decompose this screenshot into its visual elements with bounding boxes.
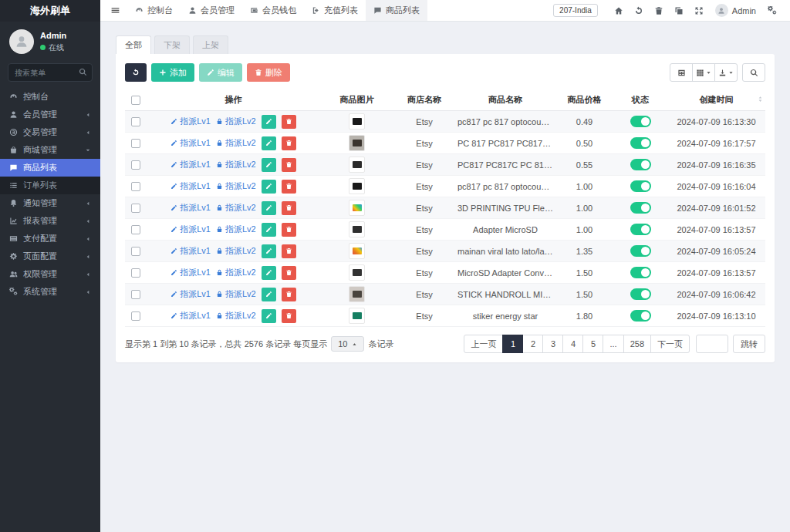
row-checkbox[interactable]: [131, 290, 140, 299]
trash-icon[interactable]: [654, 6, 663, 15]
assign-lv1-link[interactable]: 指派Lv1: [170, 267, 211, 278]
row-delete-button[interactable]: [282, 223, 296, 237]
assign-lv1-link[interactable]: 指派Lv1: [170, 202, 211, 214]
row-delete-button[interactable]: [282, 136, 296, 150]
jump-page-input[interactable]: [696, 335, 728, 353]
row-checkbox[interactable]: [131, 160, 140, 170]
assign-lv1-link[interactable]: 指派Lv1: [170, 288, 211, 300]
row-delete-button[interactable]: [282, 309, 296, 323]
row-edit-button[interactable]: [262, 180, 276, 194]
select-all-checkbox[interactable]: [131, 96, 140, 105]
status-toggle[interactable]: [630, 310, 651, 322]
row-edit-button[interactable]: [262, 288, 276, 301]
row-edit-button[interactable]: [262, 115, 276, 129]
row-edit-button[interactable]: [262, 136, 276, 150]
sidebar-item-goods-list[interactable]: 商品列表: [0, 159, 100, 177]
assign-lv1-link[interactable]: 指派Lv1: [170, 180, 211, 192]
row-checkbox[interactable]: [131, 139, 140, 148]
row-checkbox[interactable]: [131, 268, 140, 278]
assign-lv1-link[interactable]: 指派Lv1: [170, 116, 211, 127]
assign-lv2-link[interactable]: 指派Lv2: [216, 288, 256, 300]
topnav-item-members[interactable]: 会员管理: [181, 0, 242, 21]
row-checkbox[interactable]: [131, 182, 140, 191]
tab-all[interactable]: 全部: [116, 35, 151, 54]
row-edit-button[interactable]: [262, 266, 276, 280]
refresh-button[interactable]: [125, 63, 147, 82]
sidebar-item-pages[interactable]: 页面配置: [0, 247, 100, 265]
row-edit-button[interactable]: [262, 158, 276, 172]
status-toggle[interactable]: [630, 224, 651, 235]
edit-button[interactable]: 编辑: [199, 63, 242, 82]
row-delete-button[interactable]: [282, 158, 296, 172]
assign-lv2-link[interactable]: 指派Lv2: [216, 267, 256, 278]
sidebar-item-dashboard[interactable]: 控制台: [0, 88, 100, 106]
row-edit-button[interactable]: [262, 244, 276, 258]
assign-lv1-link[interactable]: 指派Lv1: [170, 224, 211, 235]
assign-lv2-link[interactable]: 指派Lv2: [216, 159, 256, 170]
card-view-button[interactable]: [670, 63, 693, 82]
sidebar-item-trade[interactable]: 交易管理: [0, 123, 100, 141]
settings-cogs-icon[interactable]: [768, 6, 777, 15]
delete-button[interactable]: 删除: [247, 63, 290, 82]
page-button[interactable]: 上一页: [464, 335, 503, 353]
page-button[interactable]: 2: [522, 335, 543, 353]
assign-lv2-link[interactable]: 指派Lv2: [216, 180, 256, 192]
row-checkbox[interactable]: [131, 117, 140, 126]
row-edit-button[interactable]: [262, 201, 276, 215]
status-toggle[interactable]: [630, 137, 651, 149]
home-icon[interactable]: [614, 6, 623, 15]
add-button[interactable]: 添加: [151, 63, 194, 82]
page-button[interactable]: 5: [582, 335, 603, 353]
refresh-icon[interactable]: [634, 6, 643, 15]
assign-lv1-link[interactable]: 指派Lv1: [170, 137, 211, 149]
assign-lv2-link[interactable]: 指派Lv2: [216, 310, 256, 322]
assign-lv1-link[interactable]: 指派Lv1: [170, 310, 211, 322]
sidebar-item-system[interactable]: 系统管理: [0, 283, 100, 301]
copy-icon[interactable]: [674, 6, 684, 15]
topnav-item-wallet[interactable]: 会员钱包: [242, 0, 304, 21]
status-toggle[interactable]: [630, 267, 651, 278]
assign-lv2-link[interactable]: 指派Lv2: [216, 116, 256, 127]
row-delete-button[interactable]: [282, 244, 296, 258]
row-delete-button[interactable]: [282, 201, 296, 215]
hamburger-menu-icon[interactable]: [103, 0, 127, 21]
jump-button[interactable]: 跳转: [733, 335, 765, 353]
tab-down[interactable]: 下架: [154, 35, 190, 54]
assign-lv2-link[interactable]: 指派Lv2: [216, 137, 256, 149]
row-edit-button[interactable]: [262, 223, 276, 237]
page-button[interactable]: 4: [562, 335, 583, 353]
topnav-item-recharge[interactable]: 充值列表: [304, 0, 366, 21]
row-checkbox[interactable]: [131, 247, 140, 256]
topnav-item-goods[interactable]: 商品列表: [366, 0, 427, 21]
sidebar-item-perms[interactable]: 权限管理: [0, 265, 100, 283]
page-button[interactable]: 下一页: [650, 335, 690, 353]
table-search-button[interactable]: [742, 63, 765, 82]
page-button[interactable]: 3: [542, 335, 563, 353]
status-toggle[interactable]: [630, 159, 651, 170]
page-size-select[interactable]: 10: [331, 336, 364, 352]
sidebar-item-members[interactable]: 会员管理: [0, 106, 100, 123]
assign-lv1-link[interactable]: 指派Lv1: [170, 245, 211, 257]
sidebar-item-orders-list[interactable]: 订单列表: [0, 177, 100, 194]
status-toggle[interactable]: [630, 202, 651, 214]
topnav-item-dashboard[interactable]: 控制台: [127, 0, 181, 21]
row-delete-button[interactable]: [282, 115, 296, 129]
row-edit-button[interactable]: [262, 309, 276, 323]
export-button[interactable]: [714, 63, 738, 82]
status-toggle[interactable]: [630, 288, 651, 300]
status-toggle[interactable]: [630, 245, 651, 257]
user-menu[interactable]: Admin: [715, 4, 756, 17]
row-delete-button[interactable]: [282, 288, 296, 301]
page-button[interactable]: 258: [623, 335, 651, 353]
sidebar-item-mall[interactable]: 商城管理: [0, 141, 100, 159]
row-checkbox[interactable]: [131, 204, 140, 213]
row-checkbox[interactable]: [131, 311, 140, 321]
assign-lv2-link[interactable]: 指派Lv2: [216, 202, 256, 214]
status-toggle[interactable]: [630, 180, 651, 192]
status-toggle[interactable]: [630, 116, 651, 127]
columns-button[interactable]: [692, 63, 715, 82]
row-checkbox[interactable]: [131, 225, 140, 234]
assign-lv2-link[interactable]: 指派Lv2: [216, 245, 256, 257]
sidebar-item-reports[interactable]: 报表管理: [0, 212, 100, 230]
tab-up[interactable]: 上架: [193, 35, 228, 54]
